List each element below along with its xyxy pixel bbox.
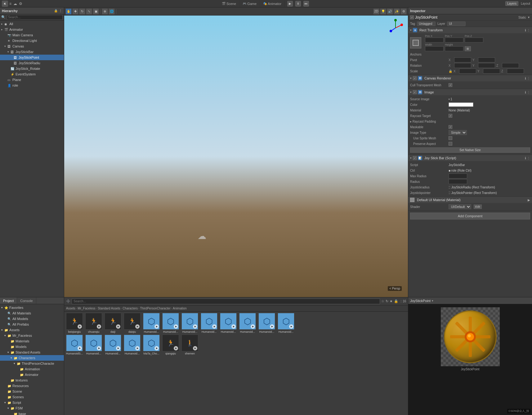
h-joystickbar[interactable]: ▾ 🖼 JoyStickBar: [0, 49, 64, 55]
cloud-icon[interactable]: ☁: [13, 2, 17, 6]
asset-humanoid2[interactable]: ⬡ ▶ Humanoid...: [162, 313, 180, 333]
asset-humanoid6[interactable]: ⬡ ▶ Humanoid...: [239, 313, 257, 333]
scaley-input[interactable]: 1: [483, 69, 500, 74]
base-item[interactable]: 📁 base: [0, 411, 64, 415]
cr-info-icon[interactable]: ℹ: [525, 77, 526, 80]
project-tab[interactable]: Project: [0, 297, 17, 304]
lock-asset-icon[interactable]: 🔒: [394, 299, 398, 303]
static-dropdown-icon[interactable]: ▼: [527, 16, 530, 19]
asset-humanoidA[interactable]: ⬡ ▶ Humanoid...: [85, 335, 103, 355]
materials-item[interactable]: 📁 Materials: [0, 338, 64, 344]
asset-humanoidC[interactable]: ⬡ ▶ Humanoid...: [123, 335, 141, 355]
hierarchy-more-icon[interactable]: ⋮: [59, 9, 62, 12]
image-header[interactable]: ▾ ✓ 🖼 Image ℹ ⋮: [408, 89, 532, 95]
asset-shemen[interactable]: 🚶 ▶ shemen: [181, 335, 199, 355]
shader-select[interactable]: UI/Default: [449, 204, 471, 209]
width-input[interactable]: 100: [425, 46, 444, 51]
bc-characters[interactable]: Characters: [123, 307, 138, 310]
humanoid3-play-icon[interactable]: ▶: [193, 324, 197, 329]
asset-daiqiu[interactable]: 🏃 ▶ daiqiu: [123, 313, 141, 333]
rotz-input[interactable]: 0: [502, 63, 519, 68]
audio-btn[interactable]: 🔊: [387, 8, 393, 15]
asset-qiangqiu[interactable]: 🏃 ▶ qiangqiu: [162, 335, 180, 355]
all-models-item[interactable]: 🔍 All Models: [0, 316, 64, 322]
scene-item[interactable]: 📁 Scene: [0, 389, 64, 394]
2d-btn[interactable]: 2D: [373, 8, 379, 15]
script-item[interactable]: ▾ 📁 Script: [0, 400, 64, 405]
assets-root-item[interactable]: ▾ 📁 Assets: [0, 327, 64, 333]
h-eventsystem[interactable]: ⚡ EventSystem: [0, 71, 64, 77]
humanoidA-play-icon[interactable]: ▶: [97, 346, 101, 350]
bc-mr-faceless[interactable]: Mr_Faceless: [78, 307, 95, 310]
object-active-checkbox[interactable]: ✓: [410, 16, 414, 19]
fx-btn[interactable]: ✨: [394, 8, 400, 15]
canvas-renderer-header[interactable]: ▾ ✓ 🖼 Canvas Renderer ℹ ⋮: [408, 75, 532, 81]
edit-shader-button[interactable]: Edit: [474, 205, 482, 209]
roty-input[interactable]: 0: [478, 63, 495, 68]
asset-mataCho[interactable]: ⬡ ▶ MaTa_Cho...: [142, 335, 160, 355]
height-input[interactable]: 100: [445, 46, 463, 51]
bc-animation[interactable]: Animation: [173, 307, 186, 310]
expand-rect-btn[interactable]: ⊞: [465, 46, 471, 51]
asset-humanoid1[interactable]: ⬡ ▶ Humanoid...: [142, 313, 160, 333]
humanoidB-play-icon[interactable]: ▶: [116, 346, 120, 350]
humanoid6-play-icon[interactable]: ▶: [251, 324, 255, 329]
pause-button[interactable]: ⏸: [295, 1, 301, 7]
animation-folder[interactable]: 📁 Animation: [0, 366, 64, 372]
hierarchy-lock-icon[interactable]: 🔒: [54, 9, 58, 12]
cr-menu-icon[interactable]: ⋮: [527, 77, 530, 80]
move-tool[interactable]: ✚: [72, 8, 78, 15]
mataCho-play-icon[interactable]: ▶: [154, 346, 159, 350]
h-main-camera[interactable]: 📷 Main Camera: [0, 32, 64, 38]
raycast-target-checkbox[interactable]: ✓: [449, 114, 452, 118]
bc-thirdperson[interactable]: ThirdPersonCharacter: [140, 307, 170, 310]
humanoidS-play-icon[interactable]: ▶: [78, 346, 82, 350]
layers-dropdown[interactable]: Layers: [505, 1, 518, 6]
favorites-item[interactable]: ▾ ⭐ Favorites: [0, 305, 64, 310]
posy-input[interactable]: 0: [445, 38, 463, 43]
humanoid8-play-icon[interactable]: ▶: [289, 324, 293, 329]
img-active-checkbox[interactable]: ✓: [413, 90, 417, 94]
tab-game[interactable]: 🎮 Game: [239, 0, 260, 7]
humanoid2-play-icon[interactable]: ▶: [174, 324, 178, 329]
asset-humanoid4[interactable]: ⬡ ▶ Humanoid...: [200, 313, 218, 333]
daiji-play-icon[interactable]: ▶: [116, 324, 120, 329]
jsscript-info-icon[interactable]: ℹ: [525, 156, 526, 160]
pivot-y-input[interactable]: 0.5: [478, 57, 495, 62]
asset-chuanqiu[interactable]: 🏃 ▶ chuanqiu: [85, 313, 103, 333]
humanoid5-play-icon[interactable]: ▶: [231, 324, 236, 329]
bc-standard-assets[interactable]: Standard Assets: [98, 307, 120, 310]
img-menu-icon[interactable]: ⋮: [527, 91, 530, 94]
asset-humanoid8[interactable]: ⬡ ▶ Humanoid...: [277, 313, 295, 333]
rt-info-icon[interactable]: ℹ: [525, 29, 526, 32]
img-info-icon[interactable]: ℹ: [525, 91, 526, 94]
rotate-tool[interactable]: ↻: [79, 8, 85, 15]
scale-tool[interactable]: ⤡: [86, 8, 92, 15]
play-button[interactable]: ▶: [287, 1, 293, 7]
scalez-input[interactable]: 1: [507, 69, 524, 74]
h-role[interactable]: 👤 role: [0, 83, 64, 88]
global-btn[interactable]: 🌐: [109, 8, 115, 15]
h-plane[interactable]: ▭ Plane: [0, 77, 64, 83]
standard-assets-item[interactable]: ▾ 📁 Standard Assets: [0, 350, 64, 355]
step-button[interactable]: ⏭: [303, 1, 309, 7]
mr-faceless-item[interactable]: ▾ 📁 Mr_Faceless: [0, 333, 64, 338]
hierarchy-search-input[interactable]: [7, 15, 63, 20]
favorite-icon[interactable]: ★: [390, 299, 393, 303]
pivot-btn[interactable]: ⊕: [102, 8, 108, 15]
posz-input[interactable]: 0: [465, 38, 483, 43]
jsscript-active-checkbox[interactable]: ✓: [413, 156, 417, 160]
characters-item[interactable]: ▾ 📁 Characters: [0, 355, 64, 361]
h-directional-light[interactable]: ☀ Directional Light: [0, 38, 64, 43]
asset-humanoid3[interactable]: ⬡ ▶ Humanoid...: [181, 313, 199, 333]
mat-expand-icon[interactable]: ▶: [528, 198, 530, 202]
fsm-item[interactable]: ▾ 📁 FSM: [0, 405, 64, 411]
gizmo-btn[interactable]: ⚙: [400, 8, 407, 15]
tab-animator[interactable]: 🎭 Animator: [260, 0, 285, 7]
native-size-button[interactable]: Set Native Size: [410, 147, 530, 153]
humanoid7-play-icon[interactable]: ▶: [270, 324, 274, 329]
image-type-select[interactable]: Simple: [449, 130, 467, 135]
resources-item[interactable]: 📁 Resources: [0, 383, 64, 389]
rt-menu-icon[interactable]: ⋮: [527, 29, 530, 32]
add-component-button[interactable]: Add Component: [410, 213, 530, 219]
